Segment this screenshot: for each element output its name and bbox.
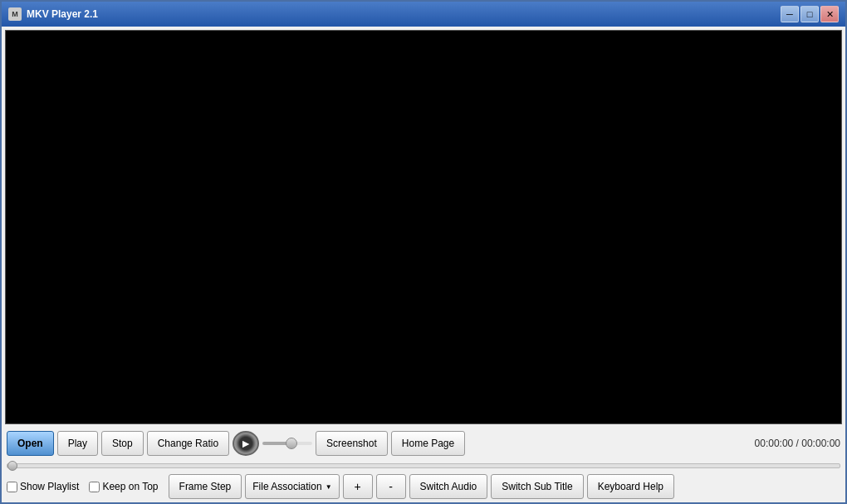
minimize-button[interactable]: ─ xyxy=(781,6,799,22)
window-title: MKV Player 2.1 xyxy=(27,8,98,20)
minus-button[interactable]: - xyxy=(376,474,406,499)
show-playlist-checkbox-label[interactable]: Show Playlist xyxy=(7,481,79,492)
volume-icon[interactable]: ► xyxy=(233,431,259,456)
keyboard-help-button[interactable]: Keyboard Help xyxy=(587,474,674,499)
time-display: 00:00:00 / 00:00:00 xyxy=(755,438,840,449)
frame-step-button[interactable]: Frame Step xyxy=(169,474,242,499)
seek-bar[interactable] xyxy=(7,463,840,468)
plus-button[interactable]: + xyxy=(343,474,373,499)
video-display xyxy=(5,30,842,424)
title-bar-left: M MKV Player 2.1 xyxy=(8,7,98,21)
keep-on-top-checkbox-label[interactable]: Keep on Top xyxy=(89,481,158,492)
open-button[interactable]: Open xyxy=(7,431,54,456)
show-playlist-checkbox[interactable] xyxy=(7,482,17,492)
speaker-icon: ► xyxy=(240,437,252,450)
close-button[interactable]: ✕ xyxy=(820,6,839,22)
seek-bar-container xyxy=(7,459,840,471)
app-icon: M xyxy=(8,7,22,21)
controls-row-2 xyxy=(7,459,840,471)
home-page-button[interactable]: Home Page xyxy=(391,431,465,456)
switch-subtitle-button[interactable]: Switch Sub Title xyxy=(491,474,583,499)
file-association-label: File Association xyxy=(252,481,321,492)
play-button[interactable]: Play xyxy=(57,431,98,456)
show-playlist-label: Show Playlist xyxy=(20,481,79,492)
volume-slider-container xyxy=(262,442,312,445)
controls-area: Open Play Stop Change Ratio ► Screenshot… xyxy=(2,428,845,502)
switch-audio-button[interactable]: Switch Audio xyxy=(409,474,488,499)
title-bar: M MKV Player 2.1 ─ □ ✕ xyxy=(2,2,845,27)
controls-row-3: Show Playlist Keep on Top Frame Step Fil… xyxy=(7,474,840,499)
keep-on-top-checkbox[interactable] xyxy=(89,482,100,492)
main-window: M MKV Player 2.1 ─ □ ✕ Open Play Stop Ch… xyxy=(0,0,847,504)
dropdown-arrow-icon: ▼ xyxy=(326,483,332,491)
screenshot-button[interactable]: Screenshot xyxy=(316,431,388,456)
controls-row-1: Open Play Stop Change Ratio ► Screenshot… xyxy=(7,431,840,456)
maximize-button[interactable]: □ xyxy=(800,6,819,22)
stop-button[interactable]: Stop xyxy=(101,431,144,456)
keep-on-top-label: Keep on Top xyxy=(102,481,158,492)
file-association-dropdown[interactable]: File Association ▼ xyxy=(245,474,339,499)
volume-slider[interactable] xyxy=(262,442,312,445)
change-ratio-button[interactable]: Change Ratio xyxy=(147,431,229,456)
title-bar-controls: ─ □ ✕ xyxy=(781,6,839,22)
